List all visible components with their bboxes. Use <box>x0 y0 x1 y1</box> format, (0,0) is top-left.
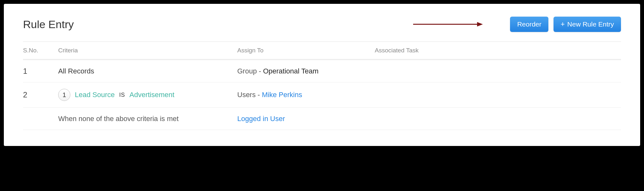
new-rule-entry-button[interactable]: + New Rule Entry <box>554 17 621 32</box>
svg-marker-1 <box>477 22 483 27</box>
th-assign: Assign To <box>237 47 375 54</box>
criteria-chip-number: 1 <box>58 89 70 101</box>
assign-prefix: Users - <box>237 91 262 99</box>
annotation-arrow <box>413 19 483 29</box>
table-row-fallback: When none of the above criteria is met L… <box>23 108 621 130</box>
page-title: Rule Entry <box>23 18 74 31</box>
th-task: Associated Task <box>375 47 621 54</box>
fallback-assign-link[interactable]: Logged in User <box>237 115 285 123</box>
fallback-criteria: When none of the above criteria is met <box>58 115 179 123</box>
table-row: 2 1 Lead Source IS Advertisement Users -… <box>23 82 621 108</box>
row-criteria: All Records <box>58 67 94 75</box>
rule-entry-panel: Rule Entry Reorder + New Rule Entry S.No… <box>4 4 640 146</box>
header-actions: Reorder + New Rule Entry <box>510 17 621 32</box>
plus-icon: + <box>561 21 565 28</box>
criteria-field: Lead Source <box>75 91 115 99</box>
row-sno: 1 <box>23 67 58 76</box>
criteria-value: Advertisement <box>130 91 175 99</box>
table-header: S.No. Criteria Assign To Associated Task <box>23 42 621 60</box>
assign-prefix: Group - <box>237 67 263 75</box>
row-sno: 2 <box>23 90 58 99</box>
reorder-button[interactable]: Reorder <box>510 17 548 32</box>
criteria-chip: 1 Lead Source IS Advertisement <box>58 89 174 101</box>
criteria-operator: IS <box>119 92 125 98</box>
assign-value: Operational Team <box>263 67 318 75</box>
th-sno: S.No. <box>23 47 58 54</box>
th-criteria: Criteria <box>58 47 237 54</box>
new-rule-entry-button-label: New Rule Entry <box>567 20 614 28</box>
reorder-button-label: Reorder <box>517 20 541 28</box>
assign-user-link[interactable]: Mike Perkins <box>262 91 302 99</box>
header-row: Rule Entry Reorder + New Rule Entry <box>23 17 621 32</box>
table-row: 1 All Records Group - Operational Team <box>23 60 621 82</box>
